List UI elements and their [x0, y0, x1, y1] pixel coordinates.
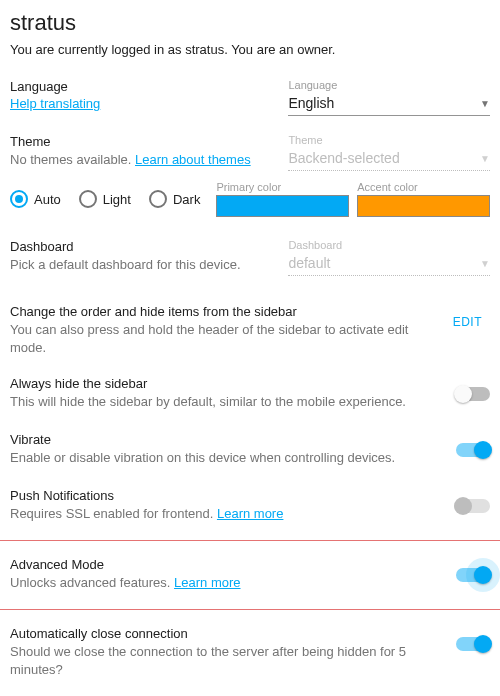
- vibrate-label: Vibrate: [10, 432, 444, 447]
- dashboard-label: Dashboard: [10, 239, 278, 254]
- theme-select: Backend-selected ▼: [288, 148, 490, 171]
- page-subtitle: You are currently logged in as stratus. …: [10, 42, 490, 57]
- divider: [0, 609, 500, 610]
- dashboard-desc: Pick a default dashboard for this device…: [10, 256, 278, 274]
- dashboard-value: default: [288, 255, 330, 271]
- radio-unchecked-icon: [149, 190, 167, 208]
- page-title: stratus: [10, 10, 490, 36]
- theme-label: Theme: [10, 134, 278, 149]
- push-label: Push Notifications: [10, 488, 444, 503]
- advanced-desc: Unlocks advanced features. Learn more: [10, 574, 444, 592]
- hide-sidebar-toggle[interactable]: [456, 387, 490, 401]
- autoclose-desc: Should we close the connection to the se…: [10, 643, 444, 678]
- primary-color-label: Primary color: [216, 181, 349, 193]
- vibrate-toggle[interactable]: [456, 443, 490, 457]
- theme-desc: No themes available. Learn about themes: [10, 151, 278, 169]
- autoclose-toggle[interactable]: [456, 637, 490, 651]
- divider: [0, 540, 500, 541]
- theme-value: Backend-selected: [288, 150, 399, 166]
- language-value: English: [288, 95, 334, 111]
- chevron-down-icon: ▼: [480, 258, 490, 269]
- theme-field-label: Theme: [288, 134, 490, 146]
- accent-color-picker[interactable]: [357, 195, 490, 217]
- hide-sidebar-label: Always hide the sidebar: [10, 376, 444, 391]
- accent-color-label: Accent color: [357, 181, 490, 193]
- primary-color-picker[interactable]: [216, 195, 349, 217]
- sidebar-order-desc: You can also press and hold the header o…: [10, 321, 433, 356]
- dashboard-field-label: Dashboard: [288, 239, 490, 251]
- dashboard-select[interactable]: default ▼: [288, 253, 490, 276]
- language-field-label: Language: [288, 79, 490, 91]
- push-toggle: [456, 499, 490, 513]
- theme-mode-light[interactable]: Light: [79, 190, 131, 208]
- vibrate-desc: Enable or disable vibration on this devi…: [10, 449, 444, 467]
- push-desc: Requires SSL enabled for frontend. Learn…: [10, 505, 444, 523]
- sidebar-order-label: Change the order and hide items from the…: [10, 304, 433, 319]
- autoclose-label: Automatically close connection: [10, 626, 444, 641]
- learn-themes-link[interactable]: Learn about themes: [135, 152, 251, 167]
- radio-checked-icon: [10, 190, 28, 208]
- radio-unchecked-icon: [79, 190, 97, 208]
- edit-button[interactable]: EDIT: [445, 309, 490, 335]
- chevron-down-icon: ▼: [480, 153, 490, 164]
- theme-mode-dark[interactable]: Dark: [149, 190, 200, 208]
- language-label: Language: [10, 79, 278, 94]
- advanced-toggle[interactable]: [456, 568, 490, 582]
- hide-sidebar-desc: This will hide the sidebar by default, s…: [10, 393, 444, 411]
- theme-mode-auto[interactable]: Auto: [10, 190, 61, 208]
- advanced-label: Advanced Mode: [10, 557, 444, 572]
- advanced-learn-more-link[interactable]: Learn more: [174, 575, 240, 590]
- language-select[interactable]: English ▼: [288, 93, 490, 116]
- chevron-down-icon: ▼: [480, 98, 490, 109]
- help-translating-link[interactable]: Help translating: [10, 96, 100, 111]
- push-learn-more-link[interactable]: Learn more: [217, 506, 283, 521]
